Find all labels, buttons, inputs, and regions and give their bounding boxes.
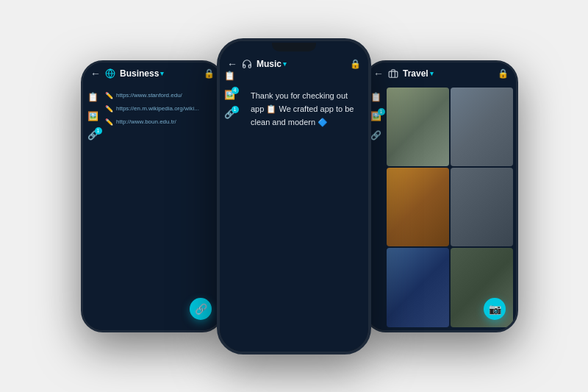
sidebar-link-right[interactable]: 🔗 — [370, 130, 381, 140]
link-url-3[interactable]: http://www.boun.edu.tr/ — [116, 118, 176, 125]
sidebar-link-center[interactable]: 🔗 1 — [224, 109, 235, 119]
dropdown-arrow-left[interactable]: ▾ — [160, 70, 164, 77]
sidebar-image-right[interactable]: 🖼️ 1 — [370, 111, 381, 121]
sidebar-image-center[interactable]: 🖼️ 4 — [224, 90, 235, 100]
phone-center-screen: ← Music ▾ 🔒 📋 🖼️ — [220, 41, 368, 352]
link-item-1: ✏️ https://www.stanford.edu/ — [105, 89, 218, 102]
link-badge-left: 1 — [95, 127, 102, 135]
back-arrow-left[interactable]: ← — [90, 68, 101, 79]
image-badge-right: 1 — [378, 108, 385, 115]
svg-rect-2 — [389, 71, 398, 77]
sidebar-clipboard-center[interactable]: 📋 — [224, 71, 235, 81]
dropdown-arrow-right[interactable]: ▾ — [430, 70, 434, 77]
link-item-2: ✏️ https://en.m.wikipedia.org/wiki... — [105, 102, 218, 115]
phone-center-content: Thank you for checking out app 📋 We craf… — [220, 75, 368, 352]
dropdown-arrow-center[interactable]: ▾ — [283, 60, 287, 68]
phone-left-header: ← Business ▾ 🔒 — [83, 63, 222, 85]
link-url-1[interactable]: https://www.stanford.edu/ — [116, 92, 182, 99]
photo-1 — [387, 88, 449, 166]
edit-icon-2: ✏️ — [105, 105, 113, 113]
lock-icon-right: 🔒 — [498, 68, 509, 79]
photo-3 — [387, 168, 449, 246]
scene: ← Business ▾ 🔒 📋 🖼️ — [0, 0, 588, 392]
message-text: Thank you for checking out app 📋 We craf… — [251, 91, 354, 127]
photo-6 — [451, 248, 513, 327]
phone-right-header: ← Travel ▾ 🔒 — [366, 63, 516, 85]
fab-left[interactable]: 🔗 — [190, 298, 212, 320]
headphones-icon — [240, 57, 254, 71]
phone-left-screen: ← Business ▾ 🔒 📋 🖼️ — [83, 63, 222, 330]
edit-icon-3: ✏️ — [105, 118, 113, 126]
fab-right[interactable]: 📷 — [484, 298, 506, 320]
suitcase-icon — [387, 67, 400, 80]
phone-center: ← Music ▾ 🔒 📋 🖼️ — [217, 38, 371, 354]
notch — [272, 43, 316, 51]
phone-center-title: Music ▾ — [257, 59, 347, 69]
image-badge-center: 4 — [232, 87, 239, 94]
phone-center-header: ← Music ▾ 🔒 — [220, 53, 368, 75]
photo-2 — [451, 88, 513, 166]
sidebar-clipboard-left[interactable]: 📋 — [87, 92, 98, 102]
photo-5 — [387, 248, 449, 327]
lock-icon-center: 🔒 — [350, 59, 361, 69]
sidebar-clipboard-right[interactable]: 📋 — [370, 92, 381, 102]
phone-left-title: Business ▾ — [120, 68, 201, 79]
message-bubble: Thank you for checking out app 📋 We craf… — [245, 85, 364, 132]
back-arrow-right[interactable]: ← — [373, 68, 384, 79]
lock-icon-left: 🔒 — [204, 68, 215, 79]
photo-grid — [366, 85, 516, 330]
sidebar-link-left[interactable]: 🔗 1 — [87, 130, 98, 140]
phone-right-screen: ← Travel ▾ 🔒 📋 🖼️ 1 — [366, 63, 516, 330]
sidebar-center: 📋 🖼️ 4 🔗 1 — [220, 65, 239, 352]
sidebar-image-left[interactable]: 🖼️ — [87, 111, 98, 121]
link-badge-center: 1 — [232, 106, 239, 113]
link-item-3: ✏️ http://www.boun.edu.tr/ — [105, 115, 218, 129]
notch-area — [220, 41, 368, 53]
edit-icon-1: ✏️ — [105, 92, 113, 99]
phone-left-content: ✏️ https://www.stanford.edu/ ✏️ https://… — [83, 85, 222, 330]
phone-right-title: Travel ▾ — [403, 68, 495, 79]
sidebar-left: 📋 🖼️ 🔗 1 — [83, 86, 102, 330]
phone-right: ← Travel ▾ 🔒 📋 🖼️ 1 — [364, 60, 518, 332]
photo-4 — [451, 168, 513, 246]
globe-icon — [104, 67, 117, 80]
phone-left: ← Business ▾ 🔒 📋 🖼️ — [81, 60, 224, 332]
link-url-2[interactable]: https://en.m.wikipedia.org/wiki... — [116, 105, 199, 112]
